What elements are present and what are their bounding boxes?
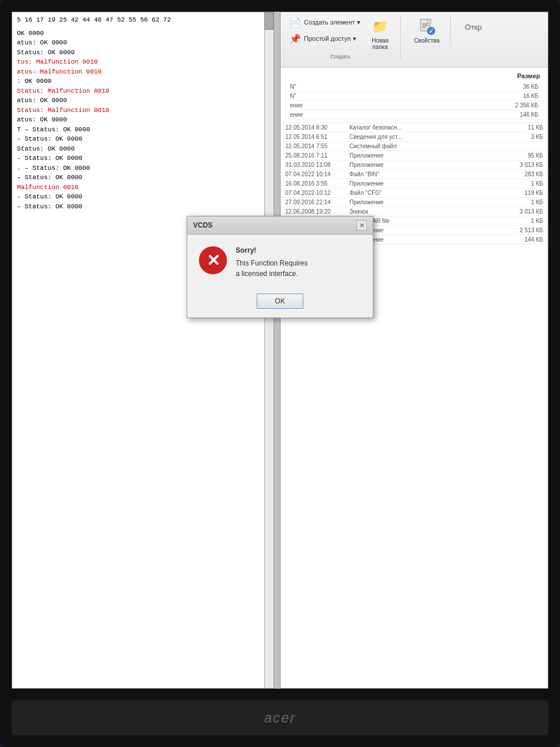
file-date: 12.06.2008 19:20 xyxy=(285,208,349,215)
vcds-log-scrollbar[interactable] xyxy=(264,12,274,688)
partial-file-size: 146 КБ xyxy=(498,111,538,118)
screen-area: 5 16 17 19 25 42 44 46 47 52 55 56 62 72… xyxy=(12,12,548,689)
file-size: 1 КБ xyxy=(502,199,543,205)
error-icon: ✕ xyxy=(199,246,227,274)
taskbar: acer xyxy=(12,700,548,735)
file-row: 27.09.2016 22:14 Приложение 1 КБ xyxy=(281,198,548,207)
file-row: 07.04.2022 10:12 Файл "CFG" 119 КБ xyxy=(281,189,548,198)
new-folder-button[interactable]: 📁 Новая папка xyxy=(366,15,394,53)
svg-rect-1 xyxy=(428,19,431,23)
file-date: 25.08.2016 7:11 xyxy=(285,152,349,159)
file-type: Файл "BIN" xyxy=(349,171,502,177)
file-type: Каталог безопасн... xyxy=(349,124,502,131)
log-line: - Status: OK 0000 xyxy=(17,134,260,144)
file-row: 16.08.2016 3:55 Приложение 1 КБ xyxy=(281,179,548,189)
file-date: 07.04.2022 10:14 xyxy=(285,171,349,177)
log-line: Status: OK 0000 xyxy=(17,144,260,154)
properties-button[interactable]: ✓ Свойства xyxy=(410,15,444,46)
log-line: atus: OK 0000 xyxy=(17,96,260,106)
explorer-content: Размер N" 36 КБ N" 16 КБ ение 2 356 КБ е… xyxy=(281,68,548,688)
file-size: 2 513 КБ xyxy=(502,227,543,233)
log-line: atus: Malfunction 0010 xyxy=(17,67,260,77)
partial-file-label: ение xyxy=(290,102,498,109)
size-column-header: Размер xyxy=(285,71,543,82)
file-row: 12.05.2014 6:51 Сведения для уст... 3 КБ xyxy=(281,132,548,142)
file-size: 1 КБ xyxy=(502,218,543,224)
file-type: Приложение xyxy=(349,199,502,205)
vcds-modal-dialog: VCDS ✕ ✕ Sorry! This Function Requiresa … xyxy=(187,216,373,318)
open-button[interactable]: Откр xyxy=(460,15,488,40)
partial-file-label: ение xyxy=(290,111,498,118)
file-type: Сведения для уст... xyxy=(349,134,502,140)
explorer-ribbon: 📄 Создать элемент ▾ 📌 Простой доступ ▾ 📁 xyxy=(281,12,548,68)
file-row: 31.03.2010 11:08 Приложение 3 013 КБ xyxy=(281,160,548,170)
partial-file-label: N" xyxy=(290,83,498,90)
log-line: - Status: OK 0000 xyxy=(17,192,260,202)
log-line: Status: OK 0000 xyxy=(17,48,260,58)
vcds-log-panel: 5 16 17 19 25 42 44 46 47 52 55 56 62 72… xyxy=(12,12,274,689)
log-line: – Status: OK 0000 xyxy=(17,202,260,212)
modal-message-text: This Function Requiresa licensed interfa… xyxy=(236,258,361,279)
partial-file-size: 2 356 КБ xyxy=(498,102,538,109)
file-date: 07.04.2022 10:12 xyxy=(285,190,349,196)
log-line: - Status: OK 0000 xyxy=(17,153,260,163)
modal-title: VCDS xyxy=(193,221,212,229)
file-date: 31.03.2010 11:08 xyxy=(285,162,349,168)
file-date: 16.08.2016 3:55 xyxy=(285,180,349,187)
file-row: 07.04.2022 10:14 Файл "BIN" 283 КБ xyxy=(281,170,548,179)
file-size: 119 КБ xyxy=(502,190,543,196)
partial-file-row: N" 16 КБ xyxy=(285,92,543,101)
file-date: 12.05.2014 8:30 xyxy=(285,124,349,131)
file-type: Приложение xyxy=(349,162,502,168)
file-date: 27.09.2016 22:14 xyxy=(285,199,349,205)
file-date: 12.05.2014 6:51 xyxy=(285,134,349,140)
vcds-log-content: 5 16 17 19 25 42 44 46 47 52 55 56 62 72… xyxy=(12,12,264,688)
modal-ok-button[interactable]: OK xyxy=(257,294,303,309)
file-row: 12.05.2014 7:55 Системный файл xyxy=(281,142,548,151)
vcds-log-scrollbar-thumb[interactable] xyxy=(264,12,274,30)
partial-file-label: N" xyxy=(290,93,498,99)
file-type: Приложение xyxy=(349,152,502,159)
file-size: 95 КБ xyxy=(502,152,543,159)
partial-file-size: 36 КБ xyxy=(498,83,538,90)
modal-text-area: Sorry! This Function Requiresa licensed … xyxy=(236,246,361,279)
file-row: 12.05.2014 8:30 Каталог безопасн... 11 К… xyxy=(281,123,548,132)
folder-icon: 📁 xyxy=(371,18,390,36)
modal-close-button[interactable]: ✕ xyxy=(356,220,367,231)
file-row: 25.08.2016 7:11 Приложение 95 КБ xyxy=(281,151,548,160)
partial-file-size: 16 КБ xyxy=(498,93,538,99)
open-icon: Откр xyxy=(464,18,483,36)
svg-text:✓: ✓ xyxy=(429,28,433,34)
modal-body: ✕ Sorry! This Function Requiresa license… xyxy=(187,235,373,288)
log-line: atus: OK 0000 xyxy=(17,115,260,125)
file-type: Значок xyxy=(349,208,502,215)
log-line: Status: Malfunction 0010 xyxy=(17,106,260,116)
log-line: : OK 0000 xyxy=(17,76,260,86)
file-size: 1 КБ xyxy=(502,180,543,187)
file-size: 283 КБ xyxy=(502,171,543,177)
log-line: Malfunction 0010 xyxy=(17,183,260,193)
file-size: 3 КБ xyxy=(502,134,543,140)
modal-titlebar: VCDS ✕ xyxy=(187,217,373,235)
create-group-label: Создать xyxy=(330,54,350,60)
modal-sorry-text: Sorry! xyxy=(236,246,361,254)
partial-file-row: ение 146 КБ xyxy=(285,110,543,120)
modal-footer: OK xyxy=(187,288,373,317)
easy-access-button[interactable]: 📌 Простой доступ ▾ xyxy=(286,32,363,46)
partial-file-row: N" 36 КБ xyxy=(285,82,543,92)
log-line: – Status: OK 0000 xyxy=(17,173,260,183)
brand-label: acer xyxy=(264,710,296,726)
file-date: 12.05.2014 7:55 xyxy=(285,143,349,149)
file-row: 12.06.2008 19:20 Значок 3 013 КБ xyxy=(281,207,548,217)
file-size: 3 013 КБ xyxy=(502,162,543,168)
screen-bezel: 5 16 17 19 25 42 44 46 47 52 55 56 62 72… xyxy=(0,0,560,747)
log-line: atus: OK 0000 xyxy=(17,38,260,48)
partial-file-row: ение 2 356 КБ xyxy=(285,101,543,110)
create-element-button[interactable]: 📄 Создать элемент ▾ xyxy=(286,15,363,30)
log-header: 5 16 17 19 25 42 44 46 47 52 55 56 62 72 xyxy=(17,15,260,25)
file-size: 11 КБ xyxy=(502,124,543,131)
file-size: 144 КБ xyxy=(502,236,543,243)
file-type: Файл "CFG" xyxy=(349,190,502,196)
file-size: 3 013 КБ xyxy=(502,208,543,215)
log-line: OK 0000 xyxy=(17,29,260,39)
